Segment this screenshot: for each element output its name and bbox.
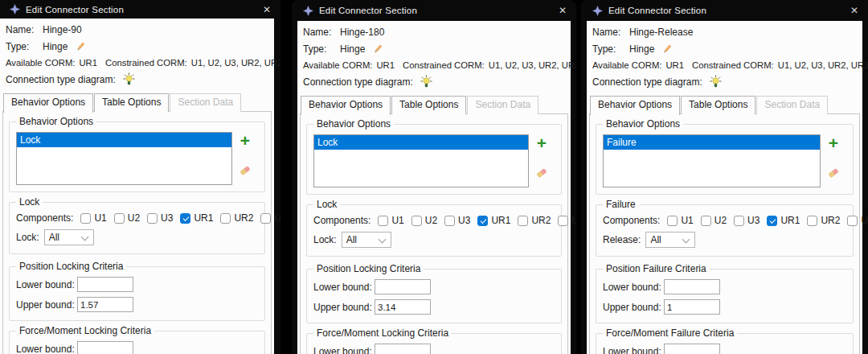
behavior-options-group-label: Behavior Options <box>16 116 96 127</box>
checkbox-u1[interactable] <box>667 216 678 226</box>
eraser-icon[interactable] <box>826 167 841 183</box>
edit-pencil-icon[interactable] <box>371 43 384 55</box>
position-criteria-label: Position Failure Criteria <box>603 263 710 274</box>
component-checkbox-item[interactable]: U2 <box>411 215 437 226</box>
position-upper-input[interactable] <box>375 299 431 315</box>
checkbox-ur1[interactable] <box>180 213 190 224</box>
diagram-label: Connection type diagram: <box>303 76 413 88</box>
behavior-option-list-item[interactable]: Lock <box>17 133 231 147</box>
tab-behavior-options[interactable]: Behavior Options <box>590 96 680 115</box>
position-criteria-label: Position Locking Criteria <box>313 263 424 274</box>
component-checkbox-item[interactable]: U2 <box>701 215 727 226</box>
tab-bar: Behavior Options Table Options Section D… <box>297 96 571 114</box>
edit-pencil-icon[interactable] <box>661 43 674 55</box>
checkbox-u1[interactable] <box>80 213 91 224</box>
force-lower-input[interactable] <box>77 341 133 354</box>
component-checkbox-item[interactable]: U3 <box>147 212 173 224</box>
lightbulb-icon[interactable] <box>122 72 136 86</box>
position-upper-input[interactable] <box>77 297 133 312</box>
window-title: Edit Connector Section <box>26 5 256 14</box>
component-checkbox-item[interactable]: U2 <box>114 212 140 224</box>
checkbox-ur1[interactable] <box>477 216 488 226</box>
force-lower-input[interactable] <box>664 344 720 354</box>
tab-behavior-options[interactable]: Behavior Options <box>3 93 93 113</box>
component-checkbox-item[interactable]: UR1 <box>477 215 510 226</box>
add-behavior-icon[interactable]: + <box>537 136 547 150</box>
checkbox-ur2-label: UR2 <box>531 215 551 226</box>
behavior-option-list-item[interactable]: Lock <box>314 135 528 150</box>
type-value: Hinge <box>340 43 365 55</box>
behavior-option-list-item[interactable]: Failure <box>604 135 820 150</box>
position-criteria-group: Position Locking Criteria Lower bound: U… <box>9 266 265 321</box>
component-checkbox-item[interactable]: UR2 <box>220 212 253 224</box>
checkbox-u3[interactable] <box>734 216 744 226</box>
tab-table-options[interactable]: Table Options <box>94 93 169 112</box>
action-label: Release: <box>603 234 641 245</box>
checkbox-u3[interactable] <box>147 213 158 224</box>
checkbox-ur2[interactable] <box>807 216 817 226</box>
checkbox-u1[interactable] <box>378 216 388 226</box>
position-lower-input[interactable] <box>375 279 431 294</box>
constrained-corm-value: U1, U2, U3, UR2, UR3 <box>191 58 280 68</box>
titlebar[interactable]: Edit Connector Section ✕ <box>581 0 868 21</box>
component-checkbox-item[interactable]: UR1 <box>180 212 213 224</box>
add-behavior-icon[interactable]: + <box>829 136 838 150</box>
checkbox-ur2[interactable] <box>518 216 528 226</box>
position-lower-input[interactable] <box>77 277 133 292</box>
position-lower-row: Lower bound: <box>313 279 555 294</box>
tab-behavior-options[interactable]: Behavior Options <box>301 96 391 115</box>
diagram-label: Connection type diagram: <box>592 76 702 88</box>
checkbox-ur1-label: UR1 <box>491 215 510 226</box>
checkbox-ur1[interactable] <box>767 216 777 226</box>
option-detail-group: Lock Components: U1 U2 U3 <box>306 204 562 257</box>
close-icon[interactable]: ✕ <box>849 5 860 16</box>
behavior-options-list[interactable]: Lock <box>16 132 232 185</box>
titlebar[interactable]: Edit Connector Section ✕ <box>0 0 280 19</box>
checkbox-ur2[interactable] <box>220 213 231 224</box>
edit-pencil-icon[interactable] <box>74 41 87 52</box>
lightbulb-icon[interactable] <box>420 75 433 88</box>
component-checkbox-item[interactable]: UR2 <box>518 215 551 226</box>
force-lower-input[interactable] <box>375 344 431 354</box>
component-checkbox-item[interactable]: U1 <box>667 215 693 226</box>
tab-table-options[interactable]: Table Options <box>391 96 466 114</box>
checkbox-u2[interactable] <box>114 213 125 224</box>
eraser-icon[interactable] <box>238 164 252 180</box>
component-checkbox-item[interactable]: UR3 <box>558 215 576 226</box>
component-checkbox-item[interactable]: UR3 <box>260 212 280 224</box>
lightbulb-icon[interactable] <box>709 75 723 88</box>
checkbox-ur3[interactable] <box>847 216 858 226</box>
add-behavior-icon[interactable]: + <box>240 134 250 148</box>
position-lower-input[interactable] <box>664 279 720 294</box>
component-checkbox-item[interactable]: U1 <box>378 215 403 226</box>
close-icon[interactable]: ✕ <box>557 5 568 16</box>
available-corm-value: UR1 <box>376 60 395 70</box>
action-dropdown[interactable]: All <box>44 229 94 245</box>
checkbox-u2[interactable] <box>701 216 711 226</box>
component-checkbox-item[interactable]: UR1 <box>767 215 800 226</box>
component-checkbox-item[interactable]: U3 <box>444 215 470 226</box>
action-dropdown[interactable]: All <box>342 232 391 248</box>
window-title: Edit Connector Section <box>319 6 551 15</box>
checkbox-ur3[interactable] <box>260 213 271 224</box>
close-icon[interactable]: ✕ <box>261 4 272 15</box>
checkbox-u3[interactable] <box>444 216 455 226</box>
component-checkbox-item[interactable]: UR3 <box>847 215 868 226</box>
force-lower-row: Lower bound: <box>313 344 555 354</box>
lower-bound-label: Lower bound: <box>603 346 664 354</box>
checkbox-u2[interactable] <box>411 216 422 226</box>
force-criteria-label: Force/Moment Locking Criteria <box>16 325 154 336</box>
component-checkbox-item[interactable]: U3 <box>734 215 760 226</box>
position-upper-input[interactable] <box>664 299 720 315</box>
titlebar[interactable]: Edit Connector Section ✕ <box>292 0 576 21</box>
action-dropdown[interactable]: All <box>645 232 695 248</box>
force-criteria-group: Force/Moment Locking Criteria Lower boun… <box>306 333 562 354</box>
components-row: Components: U1 U2 U3 <box>313 215 555 226</box>
behavior-options-list[interactable]: Failure <box>603 134 821 187</box>
component-checkbox-item[interactable]: UR2 <box>807 215 840 226</box>
component-checkbox-item[interactable]: U1 <box>80 212 106 224</box>
eraser-icon[interactable] <box>534 167 549 183</box>
tab-table-options[interactable]: Table Options <box>681 96 755 114</box>
behavior-options-list[interactable]: Lock <box>313 134 529 187</box>
checkbox-ur3[interactable] <box>558 216 568 226</box>
